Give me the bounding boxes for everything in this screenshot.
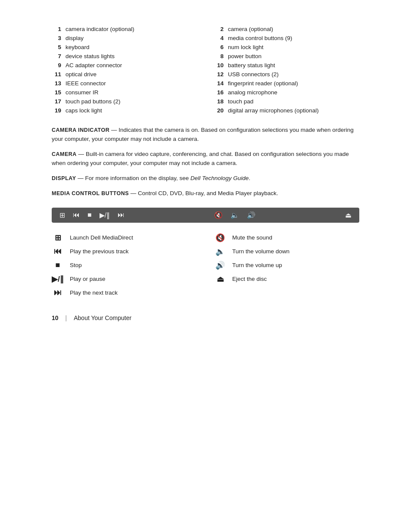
list-item: 4media control buttons (9) <box>214 35 359 41</box>
media-control-item: ■Stop <box>52 261 197 270</box>
mc-icon: 🔇 <box>214 233 226 243</box>
list-label: digital array microphones (optional) <box>228 107 319 114</box>
list-num: 7 <box>52 53 61 59</box>
list-num: 16 <box>214 89 224 96</box>
list-label: num lock light <box>228 44 264 50</box>
mc-icon: ⏮ <box>52 247 64 256</box>
media-control-item: 🔈Turn the volume down <box>214 247 359 256</box>
list-num: 15 <box>52 89 61 96</box>
bar-icon-eject: ⏏ <box>345 211 352 219</box>
list-item: 8power button <box>214 53 359 59</box>
mc-icon: ■ <box>52 261 64 270</box>
bar-icon-playpause: ▶/‖ <box>100 211 110 219</box>
list-item: 20digital array microphones (optional) <box>214 107 359 114</box>
mc-icon: 🔊 <box>214 261 226 270</box>
list-num: 4 <box>214 35 224 41</box>
list-num: 1 <box>52 26 61 32</box>
media-control-bar: ⊞ ⏮ ■ ▶/‖ ⏭ 🔇 🔈 🔊 ⏏ <box>52 208 359 223</box>
section-dash: — <box>76 175 85 181</box>
page-footer: 10 | About Your Computer <box>52 314 359 321</box>
section-dash: — <box>109 127 118 133</box>
bar-icon-next: ⏭ <box>118 211 125 219</box>
media-control-item: ⏏Eject the disc <box>214 274 359 284</box>
sections-container: Camera Indicator — Indicates that the ca… <box>52 126 359 198</box>
list-label: battery status light <box>228 62 275 68</box>
bar-icon-stop: ■ <box>87 211 92 219</box>
list-num: 3 <box>52 35 61 41</box>
mc-icon: ⏏ <box>214 274 226 284</box>
section-dash: — <box>129 190 138 196</box>
list-num: 19 <box>52 107 61 114</box>
section-title: Camera Indicator <box>52 127 109 133</box>
mc-icon: ▶/‖ <box>52 274 64 284</box>
bar-icon-prev: ⏮ <box>73 211 80 219</box>
list-label: analog microphone <box>228 89 277 96</box>
list-num: 6 <box>214 44 224 50</box>
mc-label: Play the next track <box>70 289 118 296</box>
mc-label: Play the previous track <box>70 248 129 255</box>
mc-label: Stop <box>70 262 82 268</box>
media-control-item: ▶/‖Play or pause <box>52 274 197 284</box>
mc-label: Launch Dell MediaDirect <box>70 234 133 241</box>
list-label: device status lights <box>65 53 115 59</box>
media-control-item: ⏮Play the previous track <box>52 247 197 256</box>
mc-label: Eject the disc <box>232 276 267 282</box>
list-item: 13IEEE connector <box>52 80 197 87</box>
list-num: 12 <box>214 71 224 78</box>
mc-icon: ⏭ <box>52 288 64 297</box>
list-num: 5 <box>52 44 61 50</box>
list-label: touch pad <box>228 98 253 105</box>
list-item: 11optical drive <box>52 71 197 78</box>
numbered-list: 1camera indicator (optional)2camera (opt… <box>52 26 359 114</box>
section-block: Display — For more information on the di… <box>52 174 359 183</box>
list-num: 2 <box>214 26 224 32</box>
section-body-plain: For more information on the display, see <box>85 175 190 181</box>
list-label: display <box>65 35 84 41</box>
list-item: 7device status lights <box>52 53 197 59</box>
footer-chapter-title: About Your Computer <box>74 314 131 321</box>
list-item: 15consumer IR <box>52 89 197 96</box>
section-block: Camera Indicator — Indicates that the ca… <box>52 126 359 144</box>
mc-icon: 🔈 <box>214 247 226 256</box>
bar-icon-mute: 🔇 <box>214 211 223 219</box>
bar-icon-voldown: 🔈 <box>230 211 239 219</box>
list-item: 12USB connectors (2) <box>214 71 359 78</box>
list-item: 9AC adapter connector <box>52 62 197 68</box>
list-label: USB connectors (2) <box>228 71 279 78</box>
list-item: 17touch pad buttons (2) <box>52 98 197 105</box>
list-label: touch pad buttons (2) <box>65 98 121 105</box>
list-item: 14fingerprint reader (optional) <box>214 80 359 87</box>
section-body: Built-in camera for video capture, confe… <box>52 151 349 166</box>
list-label: caps lock light <box>65 107 102 114</box>
list-label: power button <box>228 53 262 59</box>
list-num: 14 <box>214 80 224 87</box>
section-title: Media Control Buttons <box>52 190 129 196</box>
section-block: Camera — Built-in camera for video captu… <box>52 150 359 168</box>
list-label: optical drive <box>65 71 97 78</box>
list-item: 18touch pad <box>214 98 359 105</box>
list-label: fingerprint reader (optional) <box>228 80 298 87</box>
list-label: keyboard <box>65 44 90 50</box>
list-label: IEEE connector <box>65 80 106 87</box>
list-label: camera indicator (optional) <box>65 26 134 32</box>
list-num: 20 <box>214 107 224 114</box>
list-num: 18 <box>214 98 224 105</box>
list-item: 5keyboard <box>52 44 197 50</box>
media-control-item: 🔊Turn the volume up <box>214 261 359 270</box>
list-label: AC adapter connector <box>65 62 122 68</box>
list-label: media control buttons (9) <box>228 35 292 41</box>
footer-separator: | <box>65 314 67 321</box>
page-container: 1camera indicator (optional)2camera (opt… <box>0 0 411 532</box>
section-body-end: . <box>249 175 250 181</box>
list-num: 17 <box>52 98 61 105</box>
media-control-item: ⏭Play the next track <box>52 288 197 297</box>
mc-label: Play or pause <box>70 276 106 282</box>
list-item: 16analog microphone <box>214 89 359 96</box>
section-dash: — <box>77 151 86 157</box>
list-num: 11 <box>52 71 61 78</box>
media-control-item: ⊞Launch Dell MediaDirect <box>52 233 197 243</box>
section-title: Camera <box>52 151 77 157</box>
bar-icon-volup: 🔊 <box>247 211 255 219</box>
section-body-italic: Dell Technology Guide <box>190 175 249 181</box>
list-label: camera (optional) <box>228 26 273 32</box>
